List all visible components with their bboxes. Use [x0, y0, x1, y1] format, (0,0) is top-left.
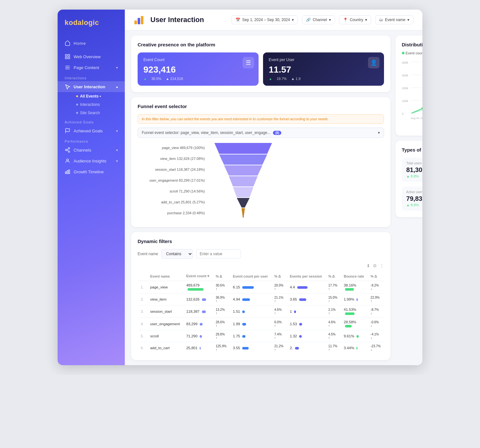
- table-wrapper: Event name Event count ▾ % Δ Event count…: [138, 271, 384, 354]
- dist-chart: 400k 300k 200k 100k 0: [402, 59, 422, 129]
- sidebar-item-growth-timeline[interactable]: Growth Timeline: [58, 166, 125, 177]
- download-icon[interactable]: ⬇: [366, 263, 370, 268]
- left-column: Creative presence on the platform ☰ Even…: [131, 35, 390, 360]
- pct3-cell: 2.1% ↑: [325, 305, 340, 318]
- event-cards: ☰ Event Count 923,416 ▲ 30.5% ▲ 214,518 …: [138, 52, 384, 86]
- sidebar-item-user-interaction[interactable]: User Interaction ▴: [58, 81, 125, 92]
- bounce-cell: 1.99%: [340, 294, 367, 305]
- epu-cell: 6.15: [230, 281, 271, 294]
- user-types-grid: Total users 81,302 ▲ 8.8% Total users 70…: [402, 158, 422, 211]
- creative-presence-card: Creative presence on the platform ☰ Even…: [131, 35, 390, 92]
- logo-icon: [134, 15, 144, 25]
- funnel-note: In this filter below, you can select the…: [138, 114, 384, 124]
- more-icon[interactable]: ⋮: [380, 263, 384, 268]
- sidebar-item-achieved-goals[interactable]: Achieved Goals ▾: [58, 125, 125, 136]
- sidebar-item-audience-insights[interactable]: Audience Insights ▾: [58, 155, 125, 166]
- sidebar-item-page-content[interactable]: Page Content ▾: [58, 62, 125, 73]
- arrow-up-icon: ▲: [143, 77, 147, 81]
- epu-bar: [242, 347, 249, 350]
- filter-value-input[interactable]: [196, 249, 241, 258]
- svg-rect-14: [69, 170, 70, 174]
- event-count-card: ☰ Event Count 923,416 ▲ 30.5% ▲ 214,518: [138, 52, 259, 86]
- event-name-cell: add_to_cart: [147, 342, 183, 354]
- sidebar-item-channels[interactable]: Channels ▾: [58, 145, 125, 155]
- event-count-bar: [200, 323, 203, 326]
- header-filters: 📅 Sep 1, 2024 – Sep 30, 2024 ▾ 🔗 Channel…: [231, 15, 413, 24]
- chevron-icon-5: ▾: [116, 159, 118, 163]
- chevron-icon-3: ▾: [116, 129, 118, 133]
- funnel-chart-svg: [211, 143, 275, 220]
- table-row: 4. user_engagement 83,299 28.6% ↑ 1.99 6…: [138, 318, 384, 330]
- svg-marker-19: [219, 154, 267, 165]
- sidebar-sub-interactions[interactable]: Interactions: [73, 100, 125, 109]
- event-count-cell: 132,626: [183, 294, 212, 305]
- channel-filter-btn[interactable]: 🔗 Channel ▾: [302, 15, 335, 24]
- event-count-cell: 118,387: [183, 305, 212, 318]
- event-count-abs: ▲ 214,518: [166, 77, 183, 81]
- date-filter-btn[interactable]: 📅 Sep 1, 2024 – Sep 30, 2024 ▾: [231, 15, 298, 24]
- svg-rect-15: [134, 20, 137, 24]
- svg-text:Aug 26, 2024: Aug 26, 2024: [411, 117, 422, 120]
- svg-marker-21: [229, 176, 258, 186]
- table-row: 2. view_item 132,626 36.9% ↑ 4.94 21.1% …: [138, 294, 384, 305]
- event-count-value: 923,416: [143, 65, 253, 75]
- sidebar-sub-user-interaction: All Events • Interactions Site Search: [58, 92, 125, 117]
- pct2-cell: 21.1% ↑: [271, 294, 286, 305]
- user-stat-2: Active users 79,833 ▲ 8.9%: [402, 186, 422, 211]
- pct3-cell: 11.7% ↑: [325, 342, 340, 354]
- funnel-label-4: scroll 71,290 (14.56%): [138, 186, 205, 196]
- dynamic-filters-card: Dynamic filters Event name Contains Equa…: [131, 232, 390, 360]
- country-filter-btn[interactable]: 📍 Country ▾: [339, 15, 371, 24]
- col-eps[interactable]: Events per session: [287, 271, 325, 281]
- col-epu[interactable]: Event count per user: [230, 271, 271, 281]
- main-content: User Interaction 📅 Sep 1, 2024 – Sep 30,…: [125, 10, 422, 365]
- event-count-label: Event Count: [143, 58, 253, 62]
- event-name-cell: scroll: [147, 330, 183, 342]
- right-column: Distribution Event count Event count (pr…: [396, 35, 422, 360]
- svg-rect-13: [67, 170, 68, 174]
- table-row: 3. session_start 118,387 13.2% ↑ 1.51 4.…: [138, 305, 384, 318]
- col-event-name[interactable]: Event name: [147, 271, 183, 281]
- pct2-cell: 6.0% ↑: [271, 318, 286, 330]
- chevron-icon-2: ▴: [116, 85, 118, 89]
- event-per-user-value: 11.57: [269, 65, 378, 75]
- dropdown-icon: ▾: [378, 130, 380, 135]
- pct1-cell: 125.9% ↑: [212, 342, 230, 354]
- bounce-bar: [356, 298, 358, 301]
- eps-cell: 2.: [287, 342, 325, 354]
- svg-marker-20: [224, 165, 262, 176]
- sidebar-item-web-overview[interactable]: Web Overview: [58, 51, 125, 62]
- col-event-count[interactable]: Event count ▾: [183, 271, 212, 281]
- row-num: 6.: [138, 342, 147, 354]
- svg-text:300k: 300k: [402, 74, 408, 77]
- eps-cell: 3.65: [287, 294, 325, 305]
- dist-header: Distribution: [402, 42, 422, 47]
- svg-text:400k: 400k: [402, 61, 408, 64]
- legend-event-count: Event count: [402, 51, 422, 55]
- funnel-card: Funnel event selector In this filter bel…: [131, 97, 390, 227]
- sidebar-item-home[interactable]: Home: [65, 38, 118, 49]
- svg-point-10: [68, 151, 70, 153]
- eps-bar: [297, 286, 308, 289]
- col-pct3: % Δ: [325, 271, 340, 281]
- filter-type-select[interactable]: Contains Equals Starts with: [161, 249, 193, 259]
- sidebar-sub-site-search[interactable]: Site Search: [73, 109, 125, 117]
- sidebar-sub-all-events[interactable]: All Events •: [73, 92, 125, 100]
- funnel-selector-label: Funnel event selector: page_view, view_i…: [142, 130, 270, 135]
- sidebar-section-label-interactions: Interactions: [58, 73, 125, 81]
- funnel-label-0: page_view 489,679 (100%): [138, 143, 205, 153]
- eps-cell: 1.32: [287, 330, 325, 342]
- funnel-selector[interactable]: Funnel event selector: page_view, view_i…: [138, 128, 384, 138]
- epu-cell: 1.75: [230, 330, 271, 342]
- col-bounce[interactable]: Bounce rate: [340, 271, 367, 281]
- epu-bar: [242, 298, 250, 301]
- funnel-title: Funnel event selector: [138, 104, 384, 109]
- chevron-icon-4: ▾: [116, 148, 118, 152]
- event-filter-btn[interactable]: 🗂 Event name ▾: [375, 15, 413, 24]
- bounce-cell: 3.44%: [340, 342, 367, 354]
- filter-icon[interactable]: ⚙: [373, 263, 377, 268]
- bounce-cell: 41.53%: [340, 305, 367, 318]
- pct4-cell: -8.7% ↓: [367, 305, 384, 318]
- pct1-cell: 36.9% ↑: [212, 294, 230, 305]
- funnel-labels: page_view 489,679 (100%) view_item 132,6…: [138, 143, 205, 219]
